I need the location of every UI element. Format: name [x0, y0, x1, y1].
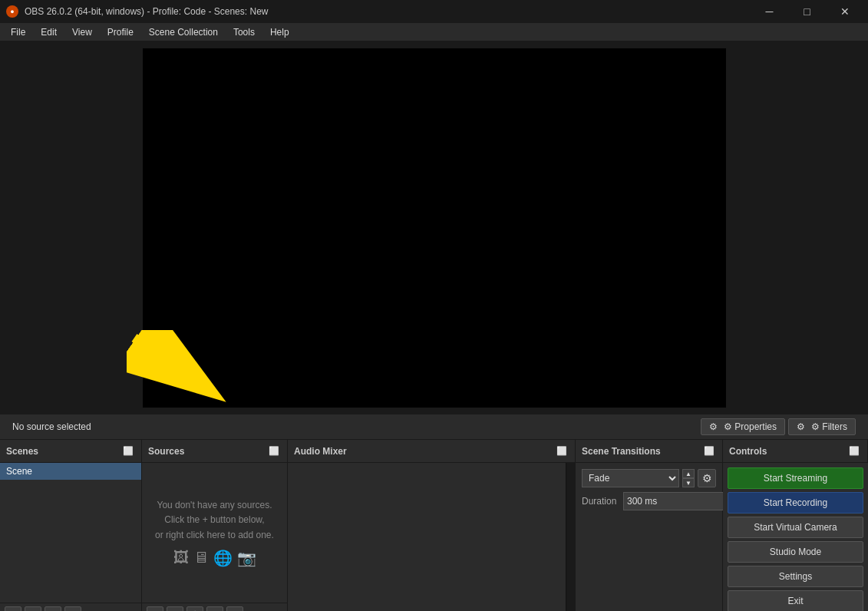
- start-recording-button[interactable]: Start Recording: [728, 492, 863, 514]
- minimize-button[interactable]: ─: [752, 0, 787, 23]
- browser-source-icon: 🌐: [213, 549, 233, 567]
- start-streaming-button[interactable]: Start Streaming: [728, 467, 863, 489]
- controls-expand-button[interactable]: ⬜: [847, 444, 861, 457]
- menu-tools[interactable]: Tools: [226, 25, 262, 39]
- close-button[interactable]: ✕: [827, 0, 862, 23]
- add-source-button[interactable]: +: [147, 606, 163, 611]
- filters-label: ⚙ Filters: [811, 421, 847, 432]
- audio-panel-header: Audio Mixer ⬜: [288, 440, 576, 462]
- properties-bar: No source selected ⚙ ⚙ Properties ⚙ ⚙ Fi…: [0, 414, 868, 440]
- audio-expand-button[interactable]: ⬜: [555, 444, 569, 457]
- source-down-button[interactable]: ∨: [226, 606, 243, 611]
- settings-button[interactable]: Settings: [728, 566, 863, 587]
- transitions-spin-up[interactable]: ▲: [682, 469, 695, 478]
- transitions-type-select[interactable]: Fade: [582, 469, 679, 487]
- preview-area: [0, 41, 868, 414]
- studio-mode-button[interactable]: Studio Mode: [728, 541, 863, 563]
- scenes-toolbar: + − ∧ ∨: [0, 603, 141, 611]
- scene-item[interactable]: Scene: [0, 463, 141, 480]
- scene-up-button[interactable]: ∧: [45, 606, 61, 611]
- panels-content: Scene + − ∧ ∨ You don't have any sources…: [0, 463, 868, 611]
- controls-header-label: Controls: [729, 446, 767, 457]
- title-bar-left: ● OBS 26.0.2 (64-bit, windows) - Profile…: [6, 5, 268, 18]
- scenes-panel-header: Scenes ⬜: [0, 440, 142, 462]
- window-controls: ─ □ ✕: [752, 0, 862, 23]
- scenes-expand-button[interactable]: ⬜: [121, 444, 135, 457]
- scene-down-button[interactable]: ∨: [64, 606, 81, 611]
- menu-help[interactable]: Help: [262, 25, 297, 39]
- window-title: OBS 26.0.2 (64-bit, windows) - Profile: …: [25, 6, 268, 17]
- source-settings-button[interactable]: ⚙: [186, 606, 203, 611]
- menu-profile[interactable]: Profile: [100, 25, 141, 39]
- scenes-panel: Scene + − ∧ ∨: [0, 463, 142, 611]
- source-up-button[interactable]: ∧: [206, 606, 223, 611]
- source-icons-row: 🖼 🖥 🌐 📷: [173, 549, 256, 567]
- audio-header-label: Audio Mixer: [294, 446, 347, 457]
- sources-expand-button[interactable]: ⬜: [267, 444, 281, 457]
- no-source-label: No source selected: [6, 421, 97, 432]
- remove-scene-button[interactable]: −: [25, 606, 41, 611]
- transitions-panel: Fade ▲ ▼ ⚙ Duration ▲ ▼: [576, 463, 723, 611]
- filters-button[interactable]: ⚙ ⚙ Filters: [788, 418, 856, 435]
- camera-source-icon: 📷: [237, 549, 256, 567]
- transitions-panel-header: Scene Transitions ⬜: [576, 440, 723, 462]
- transitions-expand-button[interactable]: ⬜: [702, 444, 716, 457]
- sources-toolbar: + − ⚙ ∧ ∨: [142, 603, 287, 611]
- gear-icon: ⚙: [709, 421, 718, 432]
- scenes-header-label: Scenes: [6, 446, 38, 457]
- controls-panel-header: Controls ⬜: [723, 440, 868, 462]
- start-virtual-camera-button[interactable]: Start Virtual Camera: [728, 517, 863, 538]
- exit-button[interactable]: Exit: [728, 590, 863, 611]
- maximize-button[interactable]: □: [790, 0, 824, 23]
- audio-panel: [288, 463, 576, 611]
- menu-bar: File Edit View Profile Scene Collection …: [0, 23, 868, 41]
- controls-panel: Start Streaming Start Recording Start Vi…: [723, 463, 868, 611]
- transitions-spin-down[interactable]: ▼: [682, 478, 695, 487]
- sources-panel: You don't have any sources. Click the + …: [142, 463, 288, 611]
- preview-canvas: [143, 48, 726, 408]
- remove-source-button[interactable]: −: [167, 606, 183, 611]
- audio-scrollbar[interactable]: [566, 463, 575, 611]
- image-source-icon: 🖼: [173, 549, 189, 567]
- transitions-settings-button[interactable]: ⚙: [698, 469, 716, 487]
- sources-empty-line3: or right click here to add one.: [155, 528, 274, 543]
- transitions-header-label: Scene Transitions: [582, 446, 661, 457]
- obs-icon: ●: [6, 5, 18, 18]
- transitions-type-row: Fade ▲ ▼ ⚙: [582, 469, 716, 487]
- menu-file[interactable]: File: [3, 25, 33, 39]
- display-source-icon: 🖥: [193, 549, 209, 567]
- menu-view[interactable]: View: [64, 25, 100, 39]
- properties-button[interactable]: ⚙ ⚙ Properties: [701, 418, 785, 435]
- transitions-duration-row: Duration ▲ ▼: [582, 492, 716, 510]
- title-bar: ● OBS 26.0.2 (64-bit, windows) - Profile…: [0, 0, 868, 23]
- sources-empty-line2: Click the + button below,: [155, 513, 274, 527]
- menu-scene-collection[interactable]: Scene Collection: [141, 25, 226, 39]
- sources-header-label: Sources: [148, 446, 184, 457]
- add-scene-button[interactable]: +: [5, 606, 21, 611]
- panel-headers: Scenes ⬜ Sources ⬜ Audio Mixer ⬜ Scene T…: [0, 440, 868, 463]
- sources-empty-text: You don't have any sources. Click the + …: [155, 498, 274, 543]
- filter-icon: ⚙: [797, 421, 805, 432]
- sources-panel-header: Sources ⬜: [142, 440, 288, 462]
- transitions-spin-btns: ▲ ▼: [682, 469, 695, 487]
- sources-empty-line1: You don't have any sources.: [155, 498, 274, 513]
- sources-content: You don't have any sources. Click the + …: [142, 463, 287, 603]
- menu-edit[interactable]: Edit: [33, 25, 64, 39]
- audio-content: [288, 463, 566, 611]
- bottom-panel: Scenes ⬜ Sources ⬜ Audio Mixer ⬜ Scene T…: [0, 440, 868, 611]
- properties-label: ⚙ Properties: [724, 421, 777, 432]
- duration-label: Duration: [582, 496, 620, 507]
